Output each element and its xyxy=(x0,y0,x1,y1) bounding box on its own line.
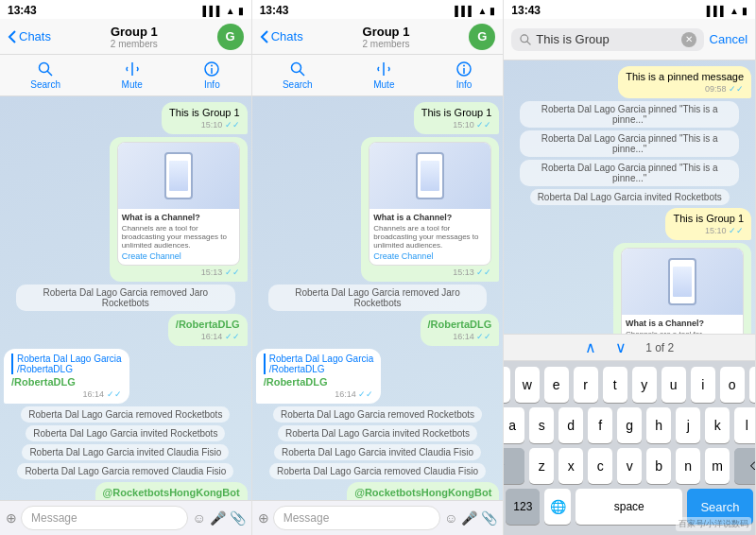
svg-line-11 xyxy=(527,41,531,44)
key-l[interactable]: l xyxy=(734,407,756,443)
reply-bubble-2: Roberta Dal Lago Garcia /RobertaDLG /Rob… xyxy=(256,349,382,404)
signal-icon-3: ▌▌▌ xyxy=(707,6,727,16)
svg-point-9 xyxy=(463,65,465,67)
info-action-1[interactable]: Info xyxy=(203,60,220,90)
search-clear-3[interactable]: ✕ xyxy=(681,32,696,47)
paperclip-icon-2[interactable]: 📎 xyxy=(481,510,497,526)
cmd-text-1: /RobertaDLG xyxy=(176,319,240,330)
status-icons-1: ▌▌▌ ▲ ▮ xyxy=(203,6,244,16)
key-g[interactable]: g xyxy=(617,407,642,443)
info-action-2[interactable]: Info xyxy=(455,60,472,90)
key-n[interactable]: n xyxy=(676,448,700,484)
search-value-3: This is Group xyxy=(536,32,677,46)
key-s[interactable]: s xyxy=(529,407,554,443)
search-action-label-1: Search xyxy=(30,79,60,90)
key-i[interactable]: i xyxy=(691,367,715,403)
card-img-3 xyxy=(622,249,743,315)
key-x[interactable]: x xyxy=(558,448,583,484)
mic-icon-2[interactable]: 🎤 xyxy=(461,510,477,526)
back-button-1[interactable]: Chats xyxy=(8,29,51,44)
key-w[interactable]: w xyxy=(515,367,540,403)
card-bubble-2: What is a Channel? Channels are a tool f… xyxy=(361,137,499,282)
key-c[interactable]: c xyxy=(588,448,612,484)
mic-icon-1[interactable]: 🎤 xyxy=(210,510,226,526)
wifi-icon-1: ▲ xyxy=(226,6,235,16)
message-input-1[interactable]: Message xyxy=(21,506,188,530)
time-2: 13:43 xyxy=(260,4,289,17)
system-msg3-1: Roberta Dal Lago Garcia invited Rocketbo… xyxy=(26,425,225,441)
kb-row4-3: 123 🌐 space Search xyxy=(506,489,753,525)
reply-tag-1: Roberta Dal Lago Garcia /RobertaDLG xyxy=(11,354,122,374)
key-o[interactable]: o xyxy=(720,367,745,403)
chat-area-2: This is Group 1 15:10 What is a Channel?… xyxy=(252,96,504,500)
match-prev-button-3[interactable]: ∧ xyxy=(585,338,596,356)
pinned-time-2: 15:10 xyxy=(421,120,492,129)
key-e[interactable]: e xyxy=(544,367,569,403)
system-msg5-2: Roberta Dal Lago Garcia removed Claudia … xyxy=(269,463,486,479)
key-k[interactable]: k xyxy=(705,407,730,443)
card-time-1: 15:13 xyxy=(117,268,240,277)
key-num[interactable]: 123 xyxy=(506,489,540,525)
search-action-2[interactable]: Search xyxy=(283,60,313,90)
search-action-1[interactable]: Search xyxy=(30,60,60,90)
wifi-icon-3: ▲ xyxy=(730,6,739,16)
chat-area-1: This is Group 1 15:10 What is a Channel?… xyxy=(0,96,251,500)
key-delete[interactable]: ⌫ xyxy=(734,448,756,484)
back-label-2: Chats xyxy=(271,29,303,43)
pinned-text-2: This is Group 1 xyxy=(421,107,492,118)
mute-action-1[interactable]: Mute xyxy=(122,60,143,90)
message-input-2[interactable]: Message xyxy=(273,506,440,530)
card-link-2[interactable]: Create Channel xyxy=(373,251,487,261)
attachment-icon-2[interactable]: ⊕ xyxy=(258,510,269,526)
key-v[interactable]: v xyxy=(617,448,642,484)
key-globe[interactable]: 🌐 xyxy=(544,489,571,525)
mute-action-2[interactable]: Mute xyxy=(373,60,394,90)
card-img-1 xyxy=(118,143,239,209)
paperclip-icon-1[interactable]: 📎 xyxy=(230,510,246,526)
key-m[interactable]: m xyxy=(705,448,730,484)
card-bubble-3: What is a Channel? Channels are a tool f… xyxy=(613,243,751,334)
avatar-1[interactable]: G xyxy=(217,24,244,50)
reply-text-2: /RobertaDLG xyxy=(264,376,374,388)
key-q[interactable]: q xyxy=(504,367,509,403)
card-link-1[interactable]: Create Channel xyxy=(122,251,235,261)
search-cancel-3[interactable]: Cancel xyxy=(710,32,747,46)
match-next-button-3[interactable]: ∨ xyxy=(615,338,627,356)
key-space[interactable]: space xyxy=(576,489,682,525)
key-h[interactable]: h xyxy=(646,407,671,443)
match-nav-bar-3: ∧ ∨ 1 of 2 xyxy=(504,334,755,361)
card-desc-3: Channels are a tool for broadcasting you… xyxy=(626,330,739,334)
reply-tag-2: Roberta Dal Lago Garcia /RobertaDLG xyxy=(264,354,374,374)
key-r[interactable]: r xyxy=(574,367,598,403)
key-u[interactable]: u xyxy=(662,367,686,403)
input-bar-1: ⊕ Message ☺ 🎤 📎 xyxy=(0,500,251,535)
cmd-bubble-2: /RobertaDLG 16:14 xyxy=(421,314,500,346)
screen-3 xyxy=(673,267,692,297)
attachment-icon-1[interactable]: ⊕ xyxy=(6,510,17,526)
key-d[interactable]: d xyxy=(558,407,583,443)
key-a[interactable]: a xyxy=(504,407,524,443)
avatar-2[interactable]: G xyxy=(469,24,495,50)
search-key[interactable]: Search xyxy=(687,489,753,525)
key-j[interactable]: j xyxy=(676,407,700,443)
nav-bar-1: Chats Group 1 2 members G xyxy=(0,19,251,55)
key-y[interactable]: y xyxy=(632,367,657,403)
reply-text-1: /RobertaDLG xyxy=(11,376,122,388)
sticker-icon-1[interactable]: ☺ xyxy=(192,510,205,526)
card-1: What is a Channel? Channels are a tool f… xyxy=(117,142,240,266)
mute-action-label-2: Mute xyxy=(373,79,394,90)
key-t[interactable]: t xyxy=(603,367,627,403)
group-members-1: 2 members xyxy=(51,39,217,49)
search-input-wrap-3[interactable]: This is Group ✕ xyxy=(511,28,703,51)
key-p[interactable]: p xyxy=(749,367,756,403)
card-time-2: 15:13 xyxy=(369,268,491,277)
key-z[interactable]: z xyxy=(529,448,554,484)
info-action-label-1: Info xyxy=(204,79,220,90)
back-button-2[interactable]: Chats xyxy=(260,29,303,44)
key-b[interactable]: b xyxy=(646,448,671,484)
sticker-icon-2[interactable]: ☺ xyxy=(444,510,457,526)
pinned-time-1: 15:10 xyxy=(169,120,240,129)
key-shift[interactable]: ⇧ xyxy=(504,448,524,484)
key-f[interactable]: f xyxy=(588,407,612,443)
reply-bubble-1: Roberta Dal Lago Garcia /RobertaDLG /Rob… xyxy=(4,349,129,404)
